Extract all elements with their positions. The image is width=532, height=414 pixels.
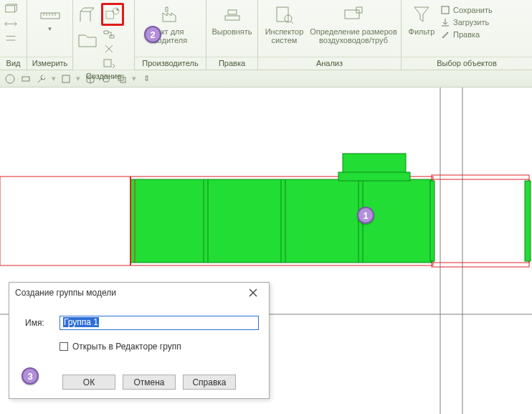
link-icon[interactable] <box>101 28 117 41</box>
qat-hive-icon[interactable] <box>100 73 112 85</box>
system-inspector-button[interactable]: Инспекторсистем <box>261 3 308 44</box>
inspector-icon <box>272 3 295 26</box>
svg-point-3 <box>116 9 118 11</box>
sizing-icon <box>342 3 365 26</box>
align-icon <box>221 3 244 26</box>
svg-rect-5 <box>225 16 239 20</box>
panel-title-edit: Правка <box>206 57 257 70</box>
svg-rect-34 <box>525 181 531 261</box>
load-selection-button[interactable]: Загрузить <box>440 17 493 28</box>
tape-icon <box>39 3 62 26</box>
panel-title-analysis: Анализ <box>258 57 401 70</box>
close-icon <box>249 288 257 297</box>
qat-box-icon[interactable] <box>85 73 96 85</box>
folder-icon[interactable] <box>76 28 99 51</box>
svg-point-12 <box>6 75 14 83</box>
panel-create: Создание <box>73 0 135 70</box>
arrows-h-icon[interactable] <box>3 17 19 30</box>
filter-label: Фильтр <box>409 27 435 36</box>
create-group-icon[interactable] <box>101 3 124 26</box>
swap-icon[interactable] <box>101 42 117 55</box>
svg-rect-4 <box>104 60 111 67</box>
dialog-title: Создание группы модели <box>15 288 116 298</box>
filter-button[interactable]: Фильтр <box>404 3 439 36</box>
open-in-editor-checkbox[interactable] <box>60 342 68 351</box>
duct-sizing-button[interactable]: Определение размероввоздуховодов/труб <box>309 3 398 44</box>
sizing-label-2: воздуховодов/труб <box>319 36 388 44</box>
view3d-icon[interactable] <box>3 3 19 16</box>
panel-edit: Выровнять Правка <box>206 0 258 70</box>
qat-plug-icon[interactable] <box>20 73 32 85</box>
ok-button[interactable]: ОК <box>62 375 115 390</box>
name-input[interactable]: Группа 1 <box>60 316 259 330</box>
cancel-button[interactable]: Отмена <box>123 375 176 390</box>
panel-view: Вид <box>0 0 27 70</box>
save-selection-label: Сохранить <box>453 6 493 14</box>
edit-selection-label: Правка <box>453 30 480 39</box>
edit-selection-button[interactable]: Правка <box>440 29 493 40</box>
panel-selection: Фильтр Сохранить Загрузить Правка Выбор … <box>402 0 532 70</box>
cube-dd-icon[interactable] <box>101 57 117 70</box>
svg-rect-14 <box>62 75 70 83</box>
panel-title-manufacturer: Производитель <box>135 57 206 70</box>
measure-button[interactable]: ▼ <box>30 3 70 32</box>
elbow-icon[interactable] <box>76 3 99 26</box>
qat-cube1-icon[interactable] <box>60 73 72 85</box>
factory-icon <box>159 3 182 26</box>
align-label: Выровнять <box>212 27 252 36</box>
sizing-label-1: Определение размеров <box>310 27 397 36</box>
open-in-editor-label: Открыть в Редакторе групп <box>72 342 181 352</box>
svg-rect-7 <box>277 7 288 22</box>
svg-rect-21 <box>432 179 529 263</box>
svg-rect-13 <box>22 77 29 81</box>
qat-wrench-icon[interactable] <box>36 73 47 85</box>
name-label: Имя: <box>25 318 52 328</box>
svg-rect-9 <box>345 10 359 19</box>
save-selection-button[interactable]: Сохранить <box>440 4 493 16</box>
inspector-label-2: систем <box>272 36 298 44</box>
ribbon: Вид ▼ Измерить Создание <box>0 0 532 70</box>
panel-title-measure: Измерить <box>27 57 72 70</box>
panel-title-view: Вид <box>0 57 27 70</box>
panel-analysis: Инспекторсистем Определение размероввозд… <box>258 0 402 70</box>
svg-rect-32 <box>338 172 410 181</box>
help-button[interactable]: Справка <box>183 375 236 390</box>
create-group-dialog: Создание группы модели Имя: Группа 1 Отк… <box>9 282 270 399</box>
svg-rect-11 <box>442 6 449 14</box>
align-button[interactable]: Выровнять <box>210 3 255 36</box>
annotation-badge-3: 3 <box>22 367 39 385</box>
qat-copy-icon[interactable] <box>116 73 128 85</box>
panel-measure: ▼ Измерить <box>27 0 73 70</box>
load-selection-label: Загрузить <box>453 18 489 27</box>
svg-rect-20 <box>432 175 529 267</box>
annotation-badge-2: 2 <box>144 26 161 43</box>
equals-icon[interactable] <box>3 32 19 44</box>
panel-title-selection: Выбор объектов <box>402 57 532 70</box>
qat-expand-icon[interactable]: ⇕ <box>141 73 152 85</box>
name-input-value: Группа 1 <box>63 317 99 327</box>
svg-rect-6 <box>228 10 237 14</box>
funnel-icon <box>410 3 433 26</box>
dialog-close-button[interactable] <box>243 286 263 300</box>
annotation-badge-1: 1 <box>357 207 374 224</box>
qat-globe-icon[interactable] <box>4 73 16 85</box>
svg-rect-33 <box>430 181 434 261</box>
inspector-label-1: Инспектор <box>265 27 304 36</box>
